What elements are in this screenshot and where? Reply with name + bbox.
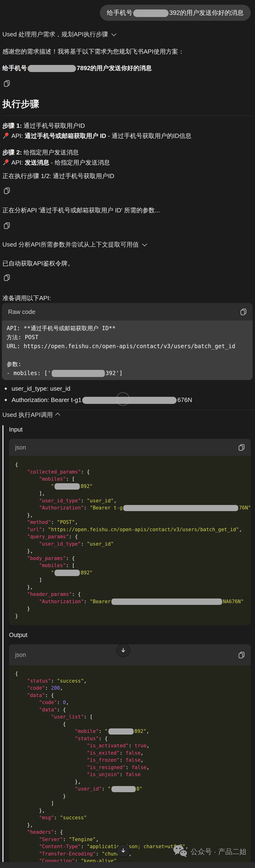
pushpin-icon [2, 159, 9, 166]
bullet-dot [5, 388, 7, 390]
pushpin-icon [2, 132, 9, 139]
copy-icon[interactable] [3, 187, 11, 195]
chevron-down-icon [111, 31, 117, 36]
tool-step-plan[interactable]: Used 处理用户需求，规划API执行步骤 [2, 30, 115, 38]
output-label: Output [9, 631, 27, 639]
input-json-block: json { "collected_params": { "mobiles": … [9, 439, 251, 625]
watermark: 公众号 · 产品二姐 [172, 845, 247, 859]
output-json-body: { "status": "success", "code": 200, "dat… [9, 665, 251, 863]
output-json-header: json [9, 644, 251, 665]
param-bullet-user-id-type: user_id_type: user_id [3, 384, 70, 393]
input-json-header: json [9, 439, 251, 456]
raw-code-body: API: **通过手机号或邮箱获取用户 ID**方法: POSTURL: htt… [2, 320, 253, 380]
copy-icon[interactable] [237, 651, 246, 659]
section-divider [0, 409, 255, 410]
wechat-icon [172, 845, 188, 859]
copy-icon[interactable] [237, 443, 246, 452]
step-1-api-line: API: 通过手机号或邮箱获取用户 ID - 通过手机号获取用户的ID信息 [2, 132, 191, 140]
user-message-bubble: 给手机号392的用户发送你好的消息 [100, 5, 251, 21]
requirement-text: 给手机号7892的用户发送你好的消息 [2, 64, 152, 72]
param-bullet-authorization: Authorization: Bearer t-g1676N [3, 395, 192, 405]
chat-screen: 给手机号392的用户发送你好的消息 Used 处理用户需求，规划API执行步骤 … [0, 0, 255, 868]
scroll-down-button[interactable] [117, 844, 130, 857]
intro-text: 感谢您的需求描述！我将基于以下需求为您规划飞书API使用方案： [2, 48, 184, 56]
copy-icon[interactable] [3, 274, 11, 282]
bottom-bar [0, 862, 255, 868]
analyzing-text: 正在分析API '通过手机号或邮箱获取用户 ID' 所需的参数... [2, 206, 160, 214]
bullet-dot [5, 399, 7, 401]
progress-text: 正在执行步骤 1/2: 通过手机号获取用户ID [2, 172, 114, 180]
tool-analyze-params[interactable]: Used 分析API所需参数并尝试从上下文提取可用值 [2, 241, 146, 248]
input-json-body: { "collected_params": { "mobiles": [ "89… [9, 456, 251, 625]
scroll-down-button[interactable] [117, 644, 130, 657]
step-2-api-line: API: 发送消息 - 给指定用户发送消息 [2, 158, 110, 166]
step-2-title: 步骤 2: 给指定用户发送消息 [2, 148, 79, 156]
chevron-down-icon [142, 241, 147, 246]
prepare-text: 准备调用以下API: [2, 294, 51, 302]
raw-code-header: Raw code [2, 303, 253, 320]
indent-guide [2, 425, 4, 862]
tool-analyze-params-label: Used 分析API所需参数并尝试从上下文提取可用值 [2, 241, 139, 248]
raw-code-block: Raw code API: **通过手机号或邮箱获取用户 ID**方法: POS… [2, 303, 253, 380]
watermark-text: 公众号 · 产品二姐 [191, 847, 247, 857]
copy-icon[interactable] [240, 308, 248, 316]
tool-execute-api-label: Used 执行API调用 [2, 411, 53, 419]
steps-heading: 执行步骤 [2, 98, 39, 110]
output-json-block: json { "status": "success", "code": 200,… [9, 644, 251, 863]
chevron-up-icon [55, 413, 60, 417]
json-lang-label: json [15, 444, 26, 451]
token-text: 已自动获取API鉴权令牌。 [2, 259, 74, 267]
copy-icon[interactable] [3, 221, 11, 229]
raw-code-label: Raw code [8, 308, 35, 315]
tool-step-plan-label: Used 处理用户需求，规划API执行步骤 [2, 30, 108, 38]
tool-execute-api[interactable]: Used 执行API调用 [2, 411, 60, 419]
input-label: Input [9, 425, 23, 433]
json-lang-label: json [15, 651, 26, 658]
step-1-title: 步骤 1: 通过手机号获取用户ID [2, 122, 85, 130]
copy-icon[interactable] [3, 80, 11, 87]
blur-artifact [116, 392, 130, 406]
